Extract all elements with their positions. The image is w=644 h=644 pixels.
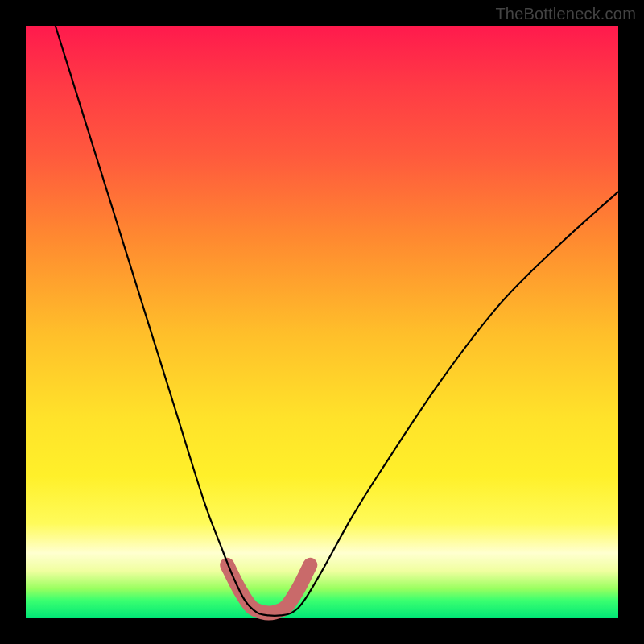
watermark-text: TheBottleneck.com (495, 5, 636, 23)
plot-area (26, 26, 618, 618)
chart-svg (26, 26, 618, 618)
bottleneck-curve (56, 26, 618, 616)
chart-frame: TheBottleneck.com (0, 0, 644, 644)
